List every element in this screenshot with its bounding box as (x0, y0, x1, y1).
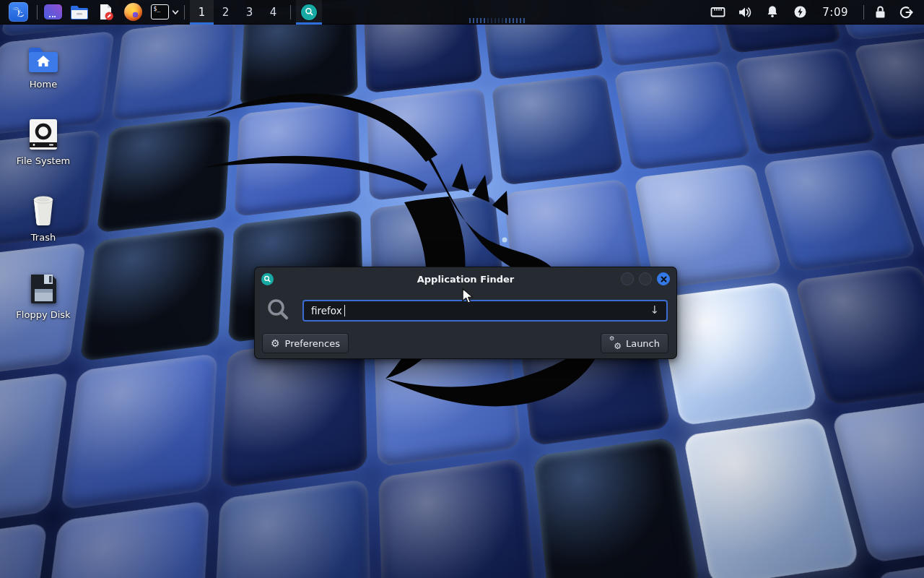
system-tray: 7:09 (710, 4, 851, 20)
search-magnifier-icon (265, 297, 292, 324)
launcher-desktop-app[interactable] (43, 0, 63, 25)
launcher-file-manager[interactable] (69, 0, 90, 25)
window-icon-application-finder (261, 273, 274, 285)
panel-separator (184, 5, 185, 20)
launcher-text-editor[interactable] (96, 0, 116, 25)
launch-button-label: Launch (626, 338, 660, 349)
terminal-dropdown-chevron-icon[interactable] (172, 9, 179, 16)
filesystem-drive-icon (29, 117, 58, 150)
minimize-button[interactable] (621, 272, 634, 285)
workspace-1[interactable]: 1 (190, 0, 214, 25)
home-folder-icon (26, 40, 61, 74)
audio-volume-icon[interactable] (737, 4, 753, 20)
terminal-icon: $_ (151, 4, 169, 20)
application-finder-window: Application Finder (254, 267, 677, 359)
gear-icon: ⚙ (271, 338, 280, 348)
application-finder-search-icon (301, 4, 317, 20)
search-input[interactable]: firefox ↓ (302, 300, 668, 322)
network-activity-graph (469, 18, 526, 23)
launcher-firefox[interactable] (123, 0, 143, 25)
run-gears-icon: ⚙⚙ (609, 338, 621, 349)
panel-clock[interactable]: 7:09 (822, 6, 848, 19)
network-ethernet-icon[interactable] (710, 4, 725, 20)
mouse-cursor (460, 288, 476, 308)
maximize-button[interactable] (639, 272, 652, 285)
desktop-icon-floppy-disk[interactable]: Floppy Disk (6, 271, 81, 320)
arrow-down-icon[interactable]: ↓ (650, 305, 659, 316)
lock-screen-icon[interactable] (872, 4, 888, 20)
firefox-browser-icon (124, 3, 142, 21)
desktop-icon-label: Trash (31, 232, 56, 243)
log-out-icon[interactable] (898, 4, 914, 20)
trash-bin-icon (30, 194, 57, 227)
text-caret (344, 305, 345, 316)
window-button-application-finder[interactable] (296, 0, 322, 25)
power-manager-battery-icon[interactable] (792, 4, 808, 20)
search-input-value: firefox (311, 305, 342, 316)
notifications-bell-icon[interactable] (764, 4, 780, 20)
desktop-icon-label: File System (17, 155, 70, 166)
panel-separator (863, 5, 864, 20)
desktop-app-icon (44, 4, 62, 20)
panel-separator (37, 5, 38, 20)
window-title: Application Finder (255, 274, 676, 285)
workspace-3[interactable]: 3 (237, 0, 261, 25)
panel-spacer (322, 0, 710, 25)
workspace-4[interactable]: 4 (261, 0, 285, 25)
desktop-icon-label: Floppy Disk (16, 309, 70, 320)
close-button[interactable] (657, 272, 670, 285)
desktop-icon-label: Home (30, 79, 57, 90)
close-icon (661, 276, 667, 282)
applications-menu-button[interactable] (4, 0, 32, 25)
panel-separator (290, 5, 291, 20)
file-manager-folder-icon (70, 4, 89, 20)
text-editor-document-icon (97, 4, 115, 21)
desktop-icon-trash[interactable]: Trash (6, 194, 81, 243)
launch-button[interactable]: ⚙⚙ Launch (601, 333, 668, 353)
workspace-switcher: 1 2 3 4 (190, 0, 285, 25)
preferences-button-label: Preferences (285, 338, 340, 349)
launcher-terminal[interactable]: $_ (149, 0, 170, 25)
desktop-icon-home[interactable]: Home (6, 40, 81, 90)
kali-menu-icon (9, 2, 28, 22)
preferences-button[interactable]: ⚙ Preferences (262, 333, 349, 353)
desktop-icon-file-system[interactable]: File System (6, 117, 81, 166)
workspace-2[interactable]: 2 (214, 0, 237, 25)
session-actions (872, 4, 914, 20)
panel-launchers: $_ (43, 0, 179, 25)
top-panel: $_ 1 2 3 4 (0, 0, 924, 25)
floppy-disk-icon (28, 271, 58, 304)
kali-desktop: $_ 1 2 3 4 (0, 0, 924, 578)
